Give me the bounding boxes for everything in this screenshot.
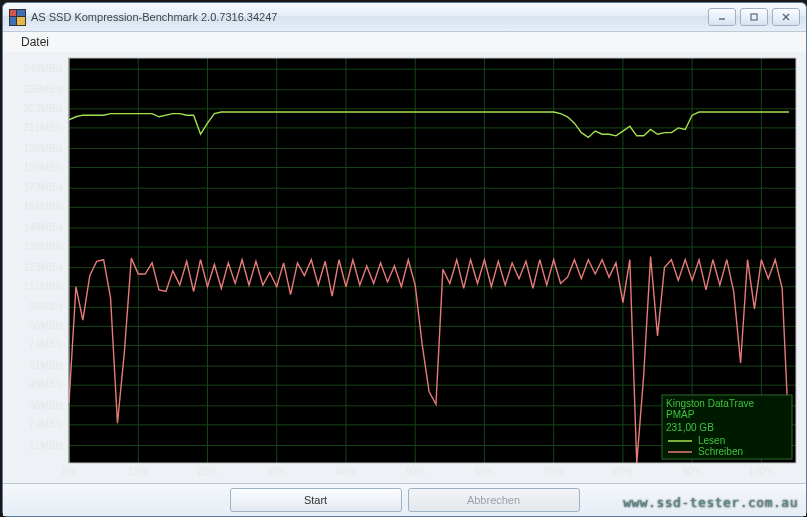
svg-text:61MB/s: 61MB/s <box>29 360 63 371</box>
compression-chart: 11MB/s24MB/s36MB/s49MB/s61MB/s74MB/s86MB… <box>7 54 802 481</box>
svg-text:74MB/s: 74MB/s <box>29 339 63 350</box>
svg-text:Schreiben: Schreiben <box>698 446 743 457</box>
svg-text:11MB/s: 11MB/s <box>29 440 63 451</box>
svg-text:60%: 60% <box>474 466 494 477</box>
menu-datei[interactable]: Datei <box>13 33 57 51</box>
svg-text:186MB/s: 186MB/s <box>24 162 63 173</box>
svg-text:231,00 GB: 231,00 GB <box>666 422 714 433</box>
svg-text:161MB/s: 161MB/s <box>24 201 63 212</box>
titlebar[interactable]: AS SSD Kompression-Benchmark 2.0.7316.34… <box>3 3 806 32</box>
svg-text:Kingston DataTrave: Kingston DataTrave <box>666 398 754 409</box>
window-controls <box>708 8 800 26</box>
svg-text:90%: 90% <box>682 466 702 477</box>
close-button[interactable] <box>772 8 800 26</box>
svg-text:PMAP: PMAP <box>666 409 695 420</box>
svg-text:70%: 70% <box>544 466 564 477</box>
svg-text:0%: 0% <box>62 466 77 477</box>
svg-text:211MB/s: 211MB/s <box>24 122 63 133</box>
svg-text:Lesen: Lesen <box>698 435 725 446</box>
svg-text:248MB/s: 248MB/s <box>24 63 63 74</box>
svg-text:40%: 40% <box>336 466 356 477</box>
menu-bar: Datei <box>3 32 806 52</box>
svg-text:111MB/s: 111MB/s <box>24 281 63 292</box>
svg-text:20%: 20% <box>197 466 217 477</box>
svg-text:123MB/s: 123MB/s <box>24 262 63 273</box>
svg-text:235MB/s: 235MB/s <box>24 84 63 95</box>
app-window: AS SSD Kompression-Benchmark 2.0.7316.34… <box>2 2 807 517</box>
svg-text:198MB/s: 198MB/s <box>24 143 63 154</box>
window-title: AS SSD Kompression-Benchmark 2.0.7316.34… <box>31 11 708 23</box>
svg-text:30%: 30% <box>267 466 287 477</box>
svg-text:80%: 80% <box>613 466 633 477</box>
start-button[interactable]: Start <box>230 488 402 512</box>
cancel-button: Abbrechen <box>408 488 580 512</box>
svg-text:50%: 50% <box>405 466 425 477</box>
svg-text:36MB/s: 36MB/s <box>29 400 63 411</box>
svg-text:223MB/s: 223MB/s <box>24 103 63 114</box>
svg-text:136MB/s: 136MB/s <box>24 241 63 252</box>
maximize-button[interactable] <box>740 8 768 26</box>
svg-text:24MB/s: 24MB/s <box>29 419 63 430</box>
watermark: www.ssd-tester.com.au <box>623 495 798 510</box>
svg-text:86MB/s: 86MB/s <box>29 320 63 331</box>
svg-rect-1 <box>751 14 757 20</box>
svg-text:49MB/s: 49MB/s <box>29 379 63 390</box>
minimize-button[interactable] <box>708 8 736 26</box>
svg-text:173MB/s: 173MB/s <box>24 182 63 193</box>
svg-text:148MB/s: 148MB/s <box>24 222 63 233</box>
footer: Start Abbrechen www.ssd-tester.com.au <box>3 483 806 516</box>
svg-text:100%: 100% <box>749 466 775 477</box>
svg-text:98MB/s: 98MB/s <box>29 301 63 312</box>
svg-text:10%: 10% <box>128 466 148 477</box>
app-icon <box>9 9 25 25</box>
chart-svg: 11MB/s24MB/s36MB/s49MB/s61MB/s74MB/s86MB… <box>7 54 802 481</box>
